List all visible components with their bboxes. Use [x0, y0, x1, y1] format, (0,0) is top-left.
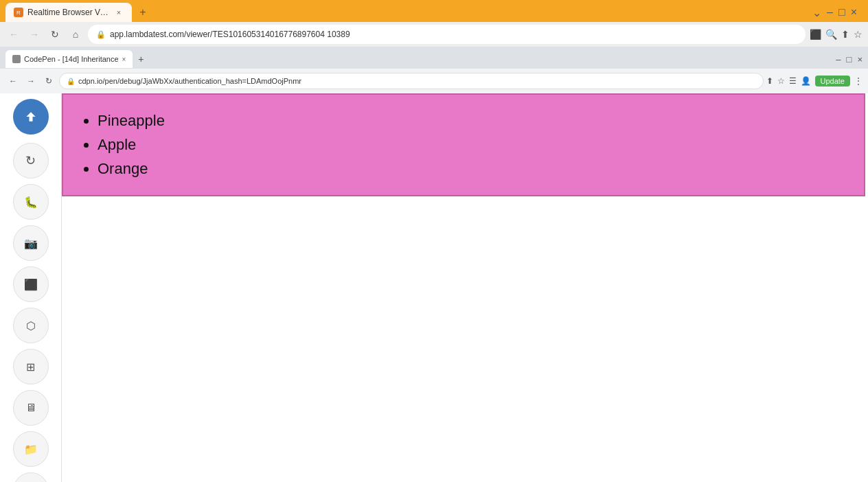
inner-window-controls: – □ ×	[836, 54, 863, 65]
bug-icon: 🐛	[24, 196, 38, 209]
share-icon[interactable]: ⬆	[841, 29, 849, 40]
inner-tab-close-icon[interactable]: ×	[122, 56, 126, 63]
inner-share-icon[interactable]: ⬆	[766, 76, 773, 86]
home-button[interactable]: ⌂	[67, 26, 84, 43]
back-button[interactable]: ←	[5, 26, 22, 43]
left-sidebar: ↻ 🐛 📷 ⬛ ⬡ ⊞ 🖥	[0, 93, 62, 482]
inner-reload-button[interactable]: ↻	[41, 73, 56, 89]
update-button[interactable]: Update	[815, 76, 850, 87]
outer-browser-tab[interactable]: R Realtime Browser Viewer ×	[5, 3, 132, 22]
outer-new-tab-button[interactable]: +	[135, 4, 151, 21]
list-item: Apple	[98, 133, 843, 157]
outer-address-bar-row: ← → ↻ ⌂ 🔒 app.lambdatest.com/viewer/TES1…	[0, 22, 868, 47]
cast-icon[interactable]: ⬛	[810, 29, 821, 40]
up-arrow-icon	[24, 110, 38, 124]
bookmark-icon[interactable]: ☆	[854, 29, 863, 40]
bug-icon-button[interactable]: 🐛	[13, 184, 49, 220]
outer-tab-close-icon[interactable]: ×	[114, 8, 124, 17]
monitor-icon: 🖥	[25, 402, 36, 414]
monitor-icon-button[interactable]: 🖥	[13, 390, 49, 426]
outer-browser-chrome: R Realtime Browser Viewer × + ⌄ – □ × ← …	[0, 0, 868, 482]
forward-button[interactable]: →	[26, 26, 43, 43]
inner-menu-icon[interactable]: ⋮	[854, 76, 863, 86]
list-item: Orange	[98, 157, 843, 181]
inner-tab-favicon-icon	[12, 55, 21, 63]
maximize-icon[interactable]: □	[838, 6, 845, 19]
tab-favicon-icon: R	[14, 8, 23, 17]
inner-reader-icon[interactable]: ☰	[789, 76, 797, 86]
fruit-list: Pineapple Apple Orange	[84, 108, 843, 181]
table-icon-button[interactable]: ⊞	[13, 349, 49, 385]
table-icon: ⊞	[26, 360, 35, 374]
camera-icon: 📷	[24, 237, 38, 250]
inner-browser-window: CodePen - [14d] Inheritance × + – □ × ← …	[0, 47, 868, 482]
outer-url-text: app.lambdatest.com/viewer/TES10160531401…	[110, 30, 350, 39]
reload-button[interactable]: ↻	[47, 26, 63, 43]
inner-back-button[interactable]: ←	[5, 73, 21, 89]
minimize-icon[interactable]: –	[827, 6, 833, 19]
cube-icon-button[interactable]: ⬡	[13, 308, 49, 343]
inner-tab-bar: CodePen - [14d] Inheritance × + – □ ×	[0, 47, 868, 69]
outer-tab-bar: R Realtime Browser Viewer × + ⌄ – □ ×	[0, 0, 868, 22]
web-content-area: Pineapple Apple Orange	[62, 93, 868, 482]
layers-icon: ⬛	[24, 278, 38, 291]
inner-profile-icon[interactable]: 👤	[801, 76, 811, 86]
fruit-list-container: Pineapple Apple Orange	[62, 93, 865, 196]
close-icon[interactable]: ×	[851, 6, 857, 19]
inner-address-bar-actions: ⬆ ☆ ☰ 👤 Update ⋮	[766, 76, 863, 87]
inner-bookmark-icon[interactable]: ☆	[777, 76, 785, 86]
inner-tab-title: CodePen - [14d] Inheritance	[24, 55, 119, 63]
inner-forward-button[interactable]: →	[23, 73, 38, 89]
inner-address-bar[interactable]: 🔒 cdpn.io/pen/debug/JjaWbXx/authenticati…	[59, 73, 764, 89]
folder-icon: 📁	[24, 443, 38, 456]
inner-browser-tab[interactable]: CodePen - [14d] Inheritance ×	[5, 50, 133, 68]
cube-icon: ⬡	[26, 319, 36, 332]
list-item: Pineapple	[98, 108, 843, 133]
inner-lock-icon: 🔒	[67, 78, 75, 85]
content-area: ↻ 🐛 📷 ⬛ ⬡ ⊞ 🖥	[0, 93, 868, 482]
folder-icon-button[interactable]: 📁	[13, 431, 49, 467]
outer-tab-title: Realtime Browser Viewer	[27, 8, 110, 17]
layers-icon-button[interactable]: ⬛	[13, 266, 49, 302]
inner-address-bar-row: ← → ↻ 🔒 cdpn.io/pen/debug/JjaWbXx/authen…	[0, 69, 868, 93]
inner-new-tab-button[interactable]: +	[134, 52, 148, 66]
inner-minimize-icon[interactable]: –	[836, 54, 841, 65]
inner-maximize-icon[interactable]: □	[847, 54, 852, 65]
zoom-icon[interactable]: 🔍	[825, 29, 837, 40]
up-arrow-button[interactable]	[13, 99, 49, 135]
outer-address-bar-actions: ⬛ 🔍 ⬆ ☆	[810, 29, 863, 40]
refresh-icon-button[interactable]: ↻	[13, 143, 49, 179]
location-icon-button[interactable]: 📍	[13, 472, 49, 482]
inner-close-icon[interactable]: ×	[857, 54, 863, 65]
refresh-icon: ↻	[25, 153, 36, 168]
lock-icon: 🔒	[96, 30, 106, 39]
outer-window-controls: ⌄ – □ ×	[812, 6, 863, 19]
inner-url-text: cdpn.io/pen/debug/JjaWbXx/authentication…	[78, 77, 301, 85]
outer-address-bar[interactable]: 🔒 app.lambdatest.com/viewer/TES101605314…	[88, 25, 806, 44]
camera-icon-button[interactable]: 📷	[13, 225, 49, 261]
chevron-down-icon[interactable]: ⌄	[812, 6, 821, 19]
